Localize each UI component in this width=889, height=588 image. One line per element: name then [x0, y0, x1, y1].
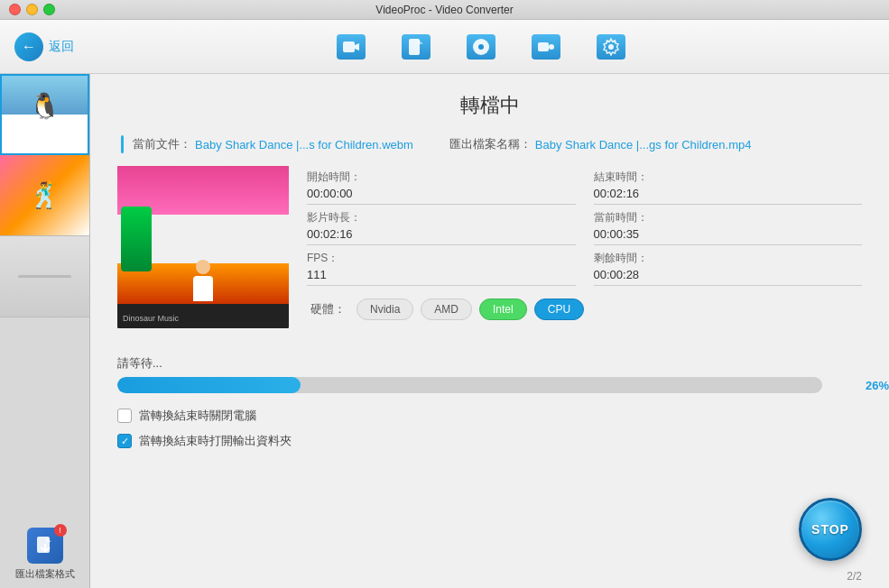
- check-icon: ✓: [121, 436, 129, 446]
- open-folder-checkbox[interactable]: ✓: [117, 434, 132, 448]
- progress-percent: 26%: [866, 379, 889, 392]
- duration-value: 00:02:16: [307, 227, 576, 245]
- hardware-row: 硬體： Nvidia AMD Intel CPU: [307, 299, 862, 320]
- stat-current-time: 當前時間： 00:00:35: [594, 210, 863, 245]
- sidebar-thumb-2[interactable]: 🕺: [0, 155, 89, 236]
- progress-section: 請等待... 26%: [117, 355, 862, 393]
- svg-rect-0: [343, 41, 355, 52]
- remaining-label: 剩餘時間：: [594, 251, 863, 266]
- back-label: 返回: [49, 39, 74, 55]
- page-counter: 2/2: [847, 570, 862, 583]
- stat-fps: FPS： 111: [307, 251, 576, 286]
- close-button[interactable]: [9, 4, 21, 15]
- shutdown-checkbox[interactable]: [117, 409, 132, 423]
- hardware-label: 硬體：: [310, 301, 346, 317]
- video-watermark: Dinosaur Music: [123, 314, 179, 323]
- export-format-icon[interactable]: !: [27, 528, 63, 564]
- thumb2-visual: 🕺: [0, 155, 89, 235]
- export-label: 匯出檔案格式: [15, 567, 75, 581]
- stat-duration: 影片時長： 00:02:16: [307, 210, 576, 245]
- penguin-icon: 🐧: [29, 91, 60, 121]
- sidebar: 🐧 🕺 !: [0, 74, 90, 588]
- dvd-icon: [467, 34, 495, 60]
- current-time-label: 當前時間：: [594, 210, 863, 225]
- divider: [121, 135, 124, 153]
- file-icon: [402, 34, 431, 60]
- open-folder-label: 當轉換結束時打開輸出資料夾: [139, 433, 292, 449]
- output-file-name: Baby Shark Dance |...gs for Children.mp4: [535, 138, 752, 152]
- checkbox-section: 當轉換結束時關閉電腦 ✓ 當轉換結束時打開輸出資料夾: [117, 408, 862, 449]
- back-button[interactable]: ← 返回: [14, 32, 87, 61]
- title-bar: VideoProc - Video Converter: [0, 0, 889, 20]
- video-stats-row: Dinosaur Music 開始時間： 00:00:00 結束時間： 00:0…: [117, 166, 862, 328]
- end-time-value: 00:02:16: [594, 187, 863, 205]
- output-file-label: 匯出檔案名稱：: [449, 136, 532, 152]
- video-preview: Dinosaur Music: [117, 166, 289, 328]
- toolbar-record[interactable]: [532, 34, 560, 60]
- back-circle-icon: ←: [14, 32, 43, 61]
- settings-icon: [597, 34, 625, 60]
- svg-rect-6: [538, 42, 549, 51]
- current-time-value: 00:00:35: [594, 227, 863, 245]
- svg-marker-3: [418, 39, 423, 44]
- intel-button[interactable]: Intel: [479, 299, 527, 320]
- toolbar: ← 返回: [0, 20, 889, 74]
- nvidia-button[interactable]: Nvidia: [357, 299, 413, 320]
- start-time-value: 00:00:00: [307, 187, 576, 205]
- duration-label: 影片時長：: [307, 210, 576, 225]
- progress-label: 請等待...: [117, 355, 862, 372]
- stop-label: STOP: [811, 522, 849, 537]
- progress-bar-fill: [117, 377, 301, 393]
- toolbar-video[interactable]: [337, 34, 366, 60]
- amd-button[interactable]: AMD: [421, 299, 472, 320]
- svg-point-8: [608, 44, 614, 50]
- remaining-value: 00:00:28: [594, 268, 863, 286]
- video-inner: Dinosaur Music: [117, 166, 289, 328]
- svg-point-5: [478, 44, 484, 50]
- content-area: 轉檔中 當前文件： Baby Shark Dance |...s for Chi…: [90, 74, 889, 588]
- current-file-name: Baby Shark Dance |...s for Children.webm: [195, 138, 413, 152]
- fps-value: 111: [307, 268, 576, 286]
- toolbar-icons: [87, 34, 875, 60]
- stat-start-time: 開始時間： 00:00:00: [307, 170, 576, 205]
- window-title: VideoProc - Video Converter: [375, 4, 513, 16]
- svg-marker-1: [355, 43, 359, 51]
- dancer-figure: [193, 260, 213, 301]
- toolbar-settings[interactable]: [597, 34, 625, 60]
- sidebar-bottom: ! 匯出檔案格式: [0, 520, 89, 588]
- main-layout: 🐧 🕺 !: [0, 74, 889, 588]
- record-icon: [532, 34, 560, 60]
- maximize-button[interactable]: [43, 4, 55, 15]
- checkbox-open-folder[interactable]: ✓ 當轉換結束時打開輸出資料夾: [117, 433, 862, 449]
- fps-label: FPS：: [307, 251, 576, 266]
- current-file-label: 當前文件：: [133, 136, 191, 152]
- progress-bar-container: [117, 377, 822, 393]
- sidebar-thumb-3[interactable]: [0, 236, 89, 317]
- export-badge: !: [54, 524, 67, 537]
- stat-remaining: 剩餘時間： 00:00:28: [594, 251, 863, 286]
- minimize-button[interactable]: [26, 4, 38, 15]
- window-controls: [9, 4, 55, 15]
- stat-end-time: 結束時間： 00:02:16: [594, 170, 863, 205]
- progress-row: 26%: [117, 377, 862, 393]
- svg-point-7: [549, 44, 554, 50]
- thumb1-visual: 🐧: [2, 76, 88, 153]
- end-time-label: 結束時間：: [594, 170, 863, 185]
- shutdown-label: 當轉換結束時關閉電腦: [139, 408, 256, 424]
- checkbox-shutdown[interactable]: 當轉換結束時關閉電腦: [117, 408, 862, 424]
- start-time-label: 開始時間：: [307, 170, 576, 185]
- file-info-row: 當前文件： Baby Shark Dance |...s for Childre…: [117, 135, 862, 153]
- video-icon: [337, 34, 366, 60]
- cpu-button[interactable]: CPU: [534, 299, 584, 320]
- sidebar-thumb-1[interactable]: 🐧: [0, 74, 89, 155]
- stats-panel: 開始時間： 00:00:00 結束時間： 00:02:16 影片時長： 00:0…: [307, 166, 862, 328]
- toolbar-file[interactable]: [402, 34, 431, 60]
- stop-button[interactable]: STOP: [799, 498, 862, 561]
- toolbar-dvd[interactable]: [467, 34, 495, 60]
- page-title: 轉檔中: [117, 92, 862, 119]
